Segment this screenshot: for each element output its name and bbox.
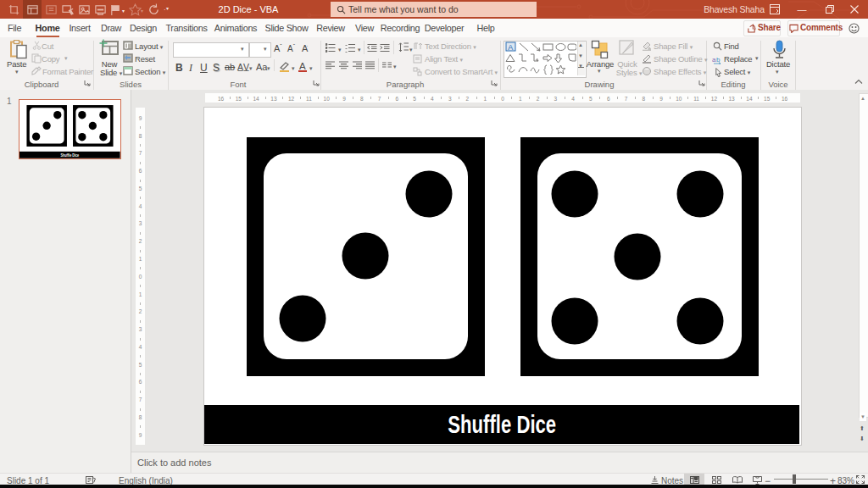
svg-text:b: b xyxy=(716,56,721,64)
svg-text:A: A xyxy=(508,43,513,52)
